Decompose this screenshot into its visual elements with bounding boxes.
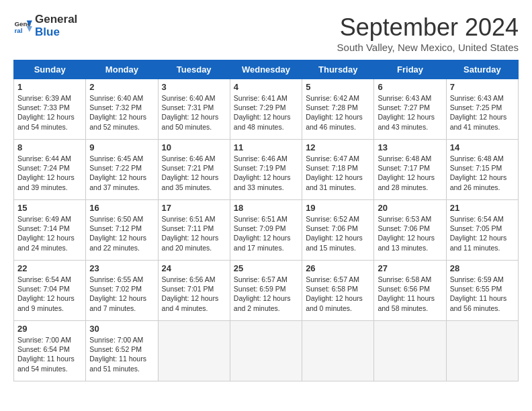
day-17: 17Sunrise: 6:51 AMSunset: 7:11 PMDayligh…: [158, 200, 230, 261]
day-16: 16Sunrise: 6:50 AMSunset: 7:12 PMDayligh…: [86, 200, 158, 261]
header-tuesday: Tuesday: [158, 60, 230, 79]
day-25: 25Sunrise: 6:57 AMSunset: 6:59 PMDayligh…: [230, 261, 302, 321]
day-15: 15Sunrise: 6:49 AMSunset: 7:14 PMDayligh…: [14, 200, 86, 261]
day-26: 26Sunrise: 6:57 AMSunset: 6:58 PMDayligh…: [302, 261, 374, 321]
logo: Gene ral General Blue: [13, 13, 77, 38]
calendar-table: Sunday Monday Tuesday Wednesday Thursday…: [13, 60, 519, 381]
day-19: 19Sunrise: 6:52 AMSunset: 7:06 PMDayligh…: [302, 200, 374, 261]
title-section: September 2024 South Valley, New Mexico,…: [337, 13, 519, 53]
day-24: 24Sunrise: 6:56 AMSunset: 7:01 PMDayligh…: [158, 261, 230, 321]
day-22: 22Sunrise: 6:54 AMSunset: 7:04 PMDayligh…: [14, 261, 86, 321]
day-27: 27Sunrise: 6:58 AMSunset: 6:56 PMDayligh…: [374, 261, 446, 321]
week-row-4: 22Sunrise: 6:54 AMSunset: 7:04 PMDayligh…: [14, 261, 519, 321]
calendar-subtitle: South Valley, New Mexico, United States: [337, 42, 519, 53]
header-sunday: Sunday: [14, 60, 86, 79]
header-row: Sunday Monday Tuesday Wednesday Thursday…: [14, 60, 519, 79]
day-3: 3Sunrise: 6:40 AMSunset: 7:31 PMDaylight…: [158, 79, 230, 140]
svg-marker-3: [27, 26, 32, 32]
day-13: 13Sunrise: 6:48 AMSunset: 7:17 PMDayligh…: [374, 140, 446, 200]
day-8: 8Sunrise: 6:44 AMSunset: 7:24 PMDaylight…: [14, 140, 86, 200]
day-7: 7Sunrise: 6:43 AMSunset: 7:25 PMDaylight…: [446, 79, 518, 140]
logo-line2: Blue: [35, 26, 77, 39]
day-23: 23Sunrise: 6:55 AMSunset: 7:02 PMDayligh…: [86, 261, 158, 321]
day-2: 2Sunrise: 6:40 AMSunset: 7:32 PMDaylight…: [86, 79, 158, 140]
header-saturday: Saturday: [446, 60, 518, 79]
day-6: 6Sunrise: 6:43 AMSunset: 7:27 PMDaylight…: [374, 79, 446, 140]
day-5: 5Sunrise: 6:42 AMSunset: 7:28 PMDaylight…: [302, 79, 374, 140]
day-29: 29Sunrise: 7:00 AMSunset: 6:54 PMDayligh…: [14, 321, 86, 381]
calendar-title: September 2024: [337, 13, 519, 42]
week-row-3: 15Sunrise: 6:49 AMSunset: 7:14 PMDayligh…: [14, 200, 519, 261]
empty-cell: [374, 321, 446, 381]
day-21: 21Sunrise: 6:54 AMSunset: 7:05 PMDayligh…: [446, 200, 518, 261]
header-friday: Friday: [374, 60, 446, 79]
day-20: 20Sunrise: 6:53 AMSunset: 7:06 PMDayligh…: [374, 200, 446, 261]
week-row-1: 1Sunrise: 6:39 AMSunset: 7:33 PMDaylight…: [14, 79, 519, 140]
header-wednesday: Wednesday: [230, 60, 302, 79]
empty-cell: [446, 321, 518, 381]
logo-icon: Gene ral: [13, 17, 32, 36]
day-30: 30Sunrise: 7:00 AMSunset: 6:52 PMDayligh…: [86, 321, 158, 381]
logo-line1: General: [35, 13, 77, 26]
svg-text:ral: ral: [14, 26, 22, 34]
day-9: 9Sunrise: 6:45 AMSunset: 7:22 PMDaylight…: [86, 140, 158, 200]
day-14: 14Sunrise: 6:48 AMSunset: 7:15 PMDayligh…: [446, 140, 518, 200]
empty-cell: [230, 321, 302, 381]
day-12: 12Sunrise: 6:47 AMSunset: 7:18 PMDayligh…: [302, 140, 374, 200]
day-18: 18Sunrise: 6:51 AMSunset: 7:09 PMDayligh…: [230, 200, 302, 261]
empty-cell: [158, 321, 230, 381]
week-row-5: 29Sunrise: 7:00 AMSunset: 6:54 PMDayligh…: [14, 321, 519, 381]
header-thursday: Thursday: [302, 60, 374, 79]
day-1: 1Sunrise: 6:39 AMSunset: 7:33 PMDaylight…: [14, 79, 86, 140]
day-10: 10Sunrise: 6:46 AMSunset: 7:21 PMDayligh…: [158, 140, 230, 200]
day-11: 11Sunrise: 6:46 AMSunset: 7:19 PMDayligh…: [230, 140, 302, 200]
day-4: 4Sunrise: 6:41 AMSunset: 7:29 PMDaylight…: [230, 79, 302, 140]
day-28: 28Sunrise: 6:59 AMSunset: 6:55 PMDayligh…: [446, 261, 518, 321]
header-monday: Monday: [86, 60, 158, 79]
empty-cell: [302, 321, 374, 381]
week-row-2: 8Sunrise: 6:44 AMSunset: 7:24 PMDaylight…: [14, 140, 519, 200]
page-header: Gene ral General Blue September 2024 Sou…: [13, 13, 519, 53]
